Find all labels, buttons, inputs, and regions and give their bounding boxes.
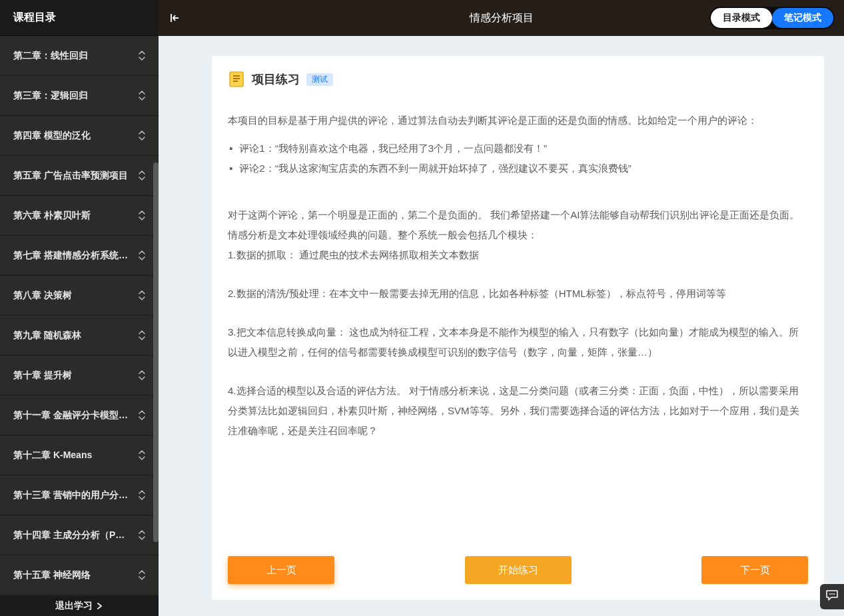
topbar: 情感分析项目 目录模式 笔记模式 [159, 0, 844, 36]
sidebar-item-chapter-15[interactable]: 第十五章 神经网络 [0, 555, 159, 595]
sidebar-item-label: 第十四章 主成分分析（P… [13, 529, 137, 541]
sort-icon [137, 210, 147, 222]
next-button[interactable]: 下一页 [701, 556, 808, 584]
sidebar: 课程目录 第二章：线性回归 第三章：逻辑回归 第四章 模型的泛化 第五章 广告点… [0, 0, 159, 616]
page-title: 情感分析项目 [470, 11, 534, 25]
sidebar-item-label: 第三章：逻辑回归 [13, 90, 137, 102]
sidebar-item-label: 第五章 广告点击率预测项目 [13, 170, 137, 182]
sidebar-item-label: 第十章 提升树 [13, 370, 137, 382]
exit-study-button[interactable]: 退出学习 [0, 596, 159, 616]
sidebar-item-chapter-13[interactable]: 第十三章 营销中的用户分… [0, 475, 159, 515]
step-2: 2.数据的清洗/预处理：在本文中一般需要去掉无用的信息，比如各种标签（HTML标… [228, 284, 808, 304]
sidebar-item-chapter-6[interactable]: 第六章 朴素贝叶斯 [0, 196, 159, 236]
sidebar-title: 课程目录 [0, 0, 159, 36]
sort-icon [137, 370, 147, 382]
step-4: 4.选择合适的模型以及合适的评估方法。 对于情感分析来说，这是二分类问题（或者三… [228, 381, 808, 441]
mode-toggle: 目录模式 笔记模式 [709, 7, 835, 29]
sidebar-item-label: 第七章 搭建情感分析系统… [13, 250, 137, 262]
review-item-2: 评论2：“我从这家淘宝店卖的东西不到一周就开始坏掉了，强烈建议不要买，真实浪费钱… [228, 158, 808, 178]
sidebar-item-chapter-9[interactable]: 第九章 随机森林 [0, 316, 159, 356]
sidebar-item-label: 第十三章 营销中的用户分… [13, 489, 137, 501]
sidebar-item-label: 第九章 随机森林 [13, 330, 137, 342]
sidebar-item-chapter-2[interactable]: 第二章：线性回归 [0, 36, 159, 76]
card-body: 本项目的目标是基于用户提供的评论，通过算法自动去判断其评论是正面的还是负面的情感… [228, 111, 808, 540]
card-header: 项目练习 测试 [228, 71, 808, 88]
exit-label: 退出学习 [55, 600, 93, 612]
prev-button[interactable]: 上一页 [228, 556, 334, 584]
card-title: 项目练习 [252, 71, 300, 87]
svg-point-7 [833, 593, 835, 595]
sidebar-item-label: 第二章：线性回归 [13, 50, 137, 62]
sort-icon [137, 489, 147, 501]
sidebar-item-chapter-11[interactable]: 第十一章 金融评分卡模型… [0, 396, 159, 436]
sidebar-scrollbar[interactable] [153, 36, 159, 596]
sort-icon [137, 290, 147, 302]
notes-mode-button[interactable]: 笔记模式 [772, 8, 833, 28]
sort-icon [137, 529, 147, 541]
card-footer: 上一页 开始练习 下一页 [228, 540, 808, 584]
sort-icon [137, 90, 147, 102]
sort-icon [137, 410, 147, 422]
sort-icon [137, 450, 147, 462]
content-card: 项目练习 测试 本项目的目标是基于用户提供的评论，通过算法自动去判断其评论是正面… [212, 56, 824, 600]
sidebar-item-chapter-5[interactable]: 第五章 广告点击率预测项目 [0, 156, 159, 196]
step-3: 3.把文本信息转换成向量： 这也成为特征工程，文本本身是不能作为模型的输入，只有… [228, 322, 808, 362]
outline-mode-button[interactable]: 目录模式 [711, 8, 772, 28]
step-1: 1.数据的抓取： 通过爬虫的技术去网络抓取相关文本数据 [228, 245, 808, 265]
sidebar-item-chapter-4[interactable]: 第四章 模型的泛化 [0, 116, 159, 156]
chat-icon [825, 589, 839, 605]
sidebar-item-chapter-7[interactable]: 第七章 搭建情感分析系统… [0, 236, 159, 276]
start-practice-button[interactable]: 开始练习 [465, 556, 572, 584]
chat-fab[interactable] [820, 584, 844, 609]
sort-icon [137, 50, 147, 62]
sidebar-item-chapter-12[interactable]: 第十二章 K-Means [0, 436, 159, 475]
sidebar-item-chapter-10[interactable]: 第十章 提升树 [0, 356, 159, 396]
sidebar-list[interactable]: 第二章：线性回归 第三章：逻辑回归 第四章 模型的泛化 第五章 广告点击率预测项… [0, 36, 159, 596]
sidebar-item-chapter-3[interactable]: 第三章：逻辑回归 [0, 76, 159, 116]
document-icon [228, 71, 245, 88]
sidebar-item-chapter-8[interactable]: 第八章 决策树 [0, 276, 159, 316]
test-badge: 测试 [306, 73, 333, 86]
svg-rect-1 [230, 72, 243, 87]
sidebar-item-chapter-14[interactable]: 第十四章 主成分分析（P… [0, 515, 159, 555]
sort-icon [137, 569, 147, 581]
paragraph-1: 对于这两个评论，第一个明显是正面的，第二个是负面的。 我们希望搭建一个AI算法能… [228, 205, 808, 225]
sort-icon [137, 170, 147, 182]
svg-point-6 [831, 593, 833, 595]
sidebar-item-label: 第十五章 神经网络 [13, 569, 137, 581]
main: 情感分析项目 目录模式 笔记模式 项目练习 测试 [159, 0, 844, 616]
intro-paragraph: 本项目的目标是基于用户提供的评论，通过算法自动去判断其评论是正面的还是负面的情感… [228, 111, 808, 131]
sort-icon [137, 130, 147, 142]
sidebar-item-label: 第八章 决策树 [13, 290, 137, 302]
sidebar-item-label: 第四章 模型的泛化 [13, 130, 137, 142]
sort-icon [137, 250, 147, 262]
collapse-sidebar-icon[interactable] [168, 10, 184, 26]
sidebar-item-label: 第六章 朴素贝叶斯 [13, 210, 137, 222]
sidebar-scrollbar-thumb[interactable] [153, 162, 159, 542]
review-item-1: 评论1：“我特别喜欢这个电器，我已经用了3个月，一点问题都没有！” [228, 139, 808, 158]
paragraph-2: 情感分析是文本处理领域经典的问题。整个系统一般会包括几个模块： [228, 225, 808, 245]
sidebar-item-label: 第十一章 金融评分卡模型… [13, 410, 137, 422]
sort-icon [137, 330, 147, 342]
chevron-right-icon [97, 601, 103, 611]
sidebar-item-label: 第十二章 K-Means [13, 450, 137, 462]
sidebar-title-text: 课程目录 [13, 11, 56, 25]
svg-point-5 [829, 593, 831, 595]
